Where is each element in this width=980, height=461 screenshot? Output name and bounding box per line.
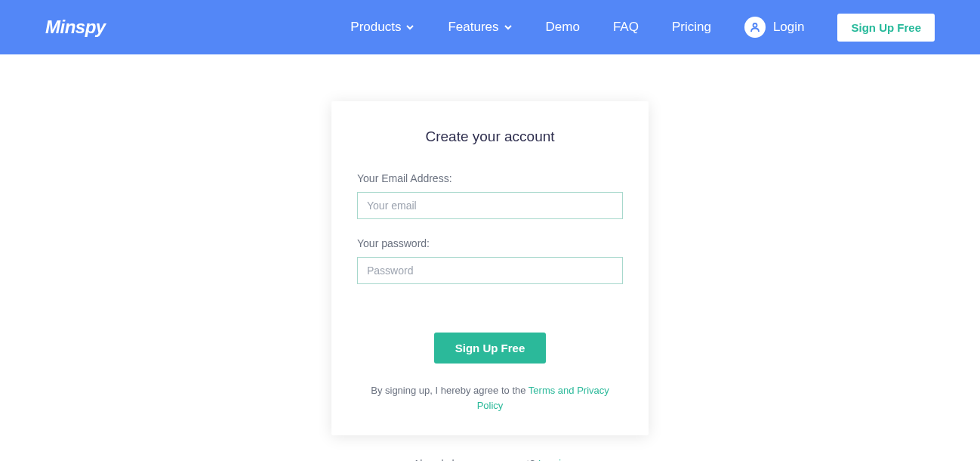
- svg-point-0: [753, 23, 757, 27]
- login-link[interactable]: Login: [744, 17, 805, 38]
- nav-products-label: Products: [350, 20, 401, 35]
- signup-button-header[interactable]: Sign Up Free: [837, 14, 935, 42]
- password-label: Your password:: [357, 237, 623, 249]
- nav-features-label: Features: [448, 20, 498, 35]
- chevron-down-icon: [405, 23, 414, 32]
- header: Minspy Products Features Demo FAQ Pricin…: [0, 0, 980, 54]
- login-link-bottom[interactable]: Log in: [538, 458, 567, 461]
- email-label: Your Email Address:: [357, 172, 623, 184]
- signup-card: Create your account Your Email Address: …: [331, 101, 649, 435]
- nav-faq[interactable]: FAQ: [613, 20, 639, 35]
- nav-pricing[interactable]: Pricing: [672, 20, 711, 35]
- main-content: Create your account Your Email Address: …: [0, 54, 980, 461]
- nav-demo[interactable]: Demo: [546, 20, 580, 35]
- agree-text: By signing up, I hereby agree to the Ter…: [357, 383, 623, 413]
- login-label: Login: [773, 20, 805, 35]
- password-input[interactable]: [357, 257, 623, 284]
- logo[interactable]: Minspy: [45, 17, 106, 38]
- form-title: Create your account: [357, 128, 623, 145]
- chevron-down-icon: [504, 23, 513, 32]
- nav-features[interactable]: Features: [448, 20, 512, 35]
- agree-prefix: By signing up, I hereby agree to the: [371, 385, 529, 396]
- signup-submit-button[interactable]: Sign Up Free: [434, 333, 547, 364]
- already-have-account: Already have an account? Log in: [413, 458, 567, 461]
- nav-products[interactable]: Products: [350, 20, 414, 35]
- already-prefix: Already have an account?: [413, 458, 538, 461]
- email-input[interactable]: [357, 192, 623, 219]
- nav-menu: Products Features Demo FAQ Pricing Login…: [350, 14, 935, 42]
- user-icon: [744, 17, 766, 38]
